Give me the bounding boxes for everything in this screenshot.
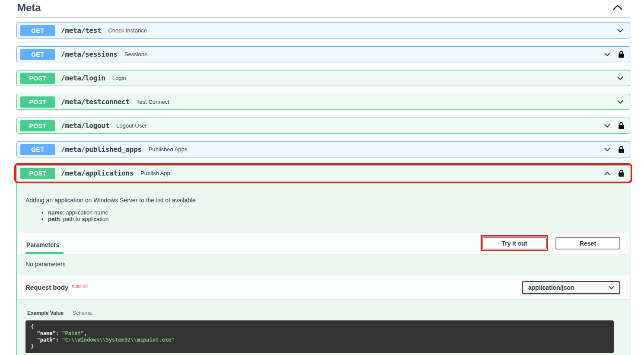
method-badge: GET [20, 25, 55, 36]
endpoint-row-meta-published_apps[interactable]: GET/meta/published_appsPublished Apps [16, 141, 630, 157]
lock-icon[interactable] [618, 146, 625, 153]
endpoint-summary: Publish App [140, 170, 170, 176]
endpoint-row-meta-logout[interactable]: POST/meta/logoutLogout User [16, 118, 630, 134]
chevron-down-icon[interactable] [616, 26, 625, 35]
request-body-title: Request body [26, 284, 68, 291]
example-tabs: Example Value Schema [26, 310, 621, 316]
method-badge: POST [20, 73, 55, 84]
chevron-up-icon[interactable] [603, 169, 612, 178]
method-badge: POST [20, 168, 55, 179]
endpoint-row-meta-sessions[interactable]: GET/meta/sessionsSessions [16, 46, 630, 62]
endpoint-path: /meta/published_apps [61, 145, 142, 154]
endpoint-summary: Sessions [124, 51, 147, 58]
endpoint-path: /meta/login [61, 74, 105, 82]
example-section: Example Value Schema { "name": "Paint", … [17, 299, 630, 353]
endpoint-summary: Test Connect [137, 99, 169, 105]
reset-button[interactable]: Reset [555, 237, 620, 249]
swagger-meta-section: Meta GET/meta/testCheck InstanceGET/meta… [0, 0, 644, 355]
chevron-down-icon[interactable] [616, 74, 625, 83]
lock-icon[interactable] [618, 51, 625, 58]
parameters-buttons: Try it out Reset [482, 237, 620, 249]
lock-icon[interactable] [618, 170, 625, 177]
endpoint-summary: Login [112, 75, 126, 81]
chevron-down-icon[interactable] [616, 98, 625, 106]
method-badge: POST [20, 120, 55, 131]
section-header: Meta [16, 0, 630, 18]
content-type-select[interactable]: application/json [522, 281, 620, 294]
required-badge: required [72, 284, 88, 288]
tab-divider [68, 310, 68, 316]
request-body-section-header: Request bodyrequired application/json [17, 275, 630, 299]
no-parameters-message: No parameters [17, 254, 630, 275]
chevron-down-icon [609, 284, 614, 291]
bullet-name: name: application name [48, 209, 621, 216]
endpoint-summary: Logout User [116, 122, 147, 129]
endpoint-row-meta-testconnect[interactable]: POST/meta/testconnectTest Connect [16, 94, 630, 110]
endpoint-row-meta-login[interactable]: POST/meta/loginLogin [16, 70, 630, 86]
section-collapse-button[interactable] [612, 4, 623, 12]
parameters-section-header: Parameters Try it out Reset [17, 233, 630, 254]
endpoint-list: GET/meta/testCheck InstanceGET/meta/sess… [16, 22, 630, 181]
example-code-block[interactable]: { "name": "Paint", "path": "C:\\Windows\… [26, 320, 614, 353]
endpoint-summary: Published Apps [149, 146, 188, 153]
section-title[interactable]: Meta [16, 2, 41, 14]
chevron-down-icon[interactable] [603, 122, 612, 130]
tab-example-value[interactable]: Example Value [27, 310, 64, 316]
tab-schema[interactable]: Schema [73, 310, 92, 316]
description-bullet-list: name: application name path: path to app… [26, 209, 621, 222]
lock-icon[interactable] [618, 122, 625, 129]
endpoint-path: /meta/sessions [61, 50, 118, 58]
tab-parameters[interactable]: Parameters [26, 241, 64, 254]
try-it-out-button[interactable]: Try it out [482, 237, 547, 249]
chevron-up-icon [612, 4, 623, 12]
content-type-value: application/json [528, 284, 574, 291]
description-text: Adding an application on Windows Server … [26, 197, 621, 204]
request-body-title-group: Request bodyrequired [26, 284, 88, 291]
endpoint-row-meta-applications[interactable]: POST/meta/applicationsPublish App [16, 165, 630, 181]
bullet-path: path: path to application [48, 216, 621, 222]
endpoint-path: /meta/test [61, 26, 101, 35]
endpoint-path: /meta/testconnect [61, 98, 130, 106]
method-badge: POST [20, 96, 55, 108]
operation-expanded-body: Adding an application on Windows Server … [16, 181, 630, 355]
endpoint-row-meta-test[interactable]: GET/meta/testCheck Instance [16, 22, 630, 38]
endpoint-path: /meta/applications [61, 169, 134, 177]
method-badge: GET [20, 49, 55, 60]
operation-description: Adding an application on Windows Server … [17, 181, 630, 233]
method-badge: GET [20, 144, 55, 155]
chevron-down-icon[interactable] [603, 145, 612, 154]
endpoint-path: /meta/logout [61, 122, 109, 130]
chevron-down-icon[interactable] [603, 50, 612, 59]
endpoint-summary: Check Instance [108, 27, 147, 34]
